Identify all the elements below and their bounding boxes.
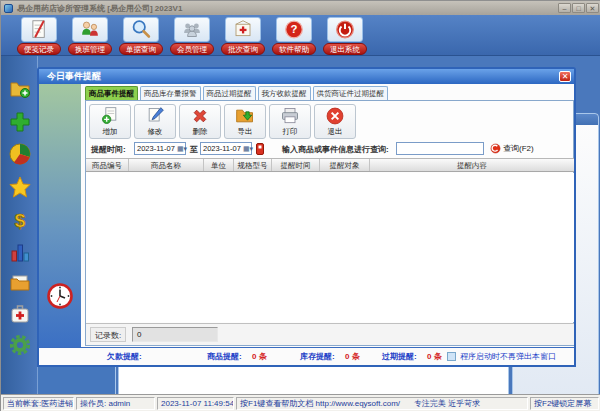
gear-icon[interactable] <box>8 333 32 357</box>
table-header: 商品编号 商品名称 单位 规格型号 提醒时间 提醒对象 提醒内容 <box>86 158 574 172</box>
window-close-button[interactable]: ✕ <box>586 3 599 13</box>
dialog-close-button[interactable]: ✕ <box>559 71 571 82</box>
col-remind-time[interactable]: 提醒时间 <box>272 159 320 171</box>
status-datetime: 2023-11-07 11:49:54 <box>157 397 234 410</box>
window-titlebar: 易企用药店诊所管理系统 [易企用公司] 2023V1 – □ ✕ <box>1 1 600 15</box>
export-icon <box>225 106 265 126</box>
dont-show-again-checkbox[interactable] <box>447 352 456 361</box>
col-product-id[interactable]: 商品编号 <box>86 159 129 171</box>
query-label: 查询(F2) <box>503 143 534 154</box>
query-button[interactable]: 查询(F2) <box>490 143 534 154</box>
refresh-mini-icon[interactable] <box>256 143 264 155</box>
svg-text:$: $ <box>15 210 26 231</box>
col-unit[interactable]: 单位 <box>204 159 234 171</box>
col-remind-content[interactable]: 提醒内容 <box>370 159 574 171</box>
exit-system-button[interactable]: 退出系统 <box>323 17 367 55</box>
status-operator: 操作员: admin <box>76 397 155 410</box>
time-range-label: 提醒时间: <box>91 144 126 155</box>
product-reminder-count: 0 条 <box>252 348 267 365</box>
memo-records-button[interactable]: 便笺记录 <box>17 17 61 55</box>
notepad-icon <box>28 19 50 40</box>
dollar-icon[interactable]: $ <box>8 208 32 232</box>
tab-stock-alarm[interactable]: 商品库存量报警 <box>140 86 201 101</box>
status-slogan: 专注完美 近乎苛求 <box>414 399 480 408</box>
stock-reminder-count: 0 条 <box>345 348 360 365</box>
window-title: 易企用药店诊所管理系统 [易企用公司] 2023V1 <box>17 3 182 14</box>
record-count-row: 记录数: 0 <box>86 323 574 345</box>
delete-icon <box>180 106 220 126</box>
calendar-dropdown-icon[interactable]: ▦▾ <box>243 145 253 152</box>
member-management-button[interactable]: 会员管理 <box>170 17 214 55</box>
expire-reminder-count: 0 条 <box>427 348 442 365</box>
add-icon <box>90 106 130 126</box>
print-button[interactable]: 打印 <box>269 104 311 139</box>
quit-button[interactable]: 退出 <box>314 104 356 139</box>
dialog-button-row: 增加 修改 删除 导出 打印 <box>89 104 356 139</box>
main-toolbar: 便笺记录 换班管理 单据查询 会员管理 批次查询 ? 软件帮助 退出系统 <box>1 15 600 56</box>
quit-icon <box>315 106 355 126</box>
status-help-text: 按F1键查看帮助文档 http://www.eqysoft.com/ <box>240 399 400 408</box>
svg-text:?: ? <box>291 23 298 35</box>
pie-chart-icon[interactable] <box>8 142 32 166</box>
tab-receivables[interactable]: 我方收款提醒 <box>258 86 311 101</box>
medicine-box-icon <box>232 19 254 40</box>
arrears-reminder-label: 欠款提醒: <box>107 348 142 365</box>
search-label: 输入商品或事件信息进行查询: <box>282 144 389 155</box>
maximize-button[interactable]: □ <box>572 3 585 13</box>
dont-show-again-label: 程序启动时不再弹出本窗口 <box>460 348 556 365</box>
dialog-footer: 欠款提醒: 商品提醒: 0 条 库存提醒: 0 条 过期提醒: 0 条 程序启动… <box>39 347 574 365</box>
document-query-button[interactable]: 单据查询 <box>119 17 163 55</box>
shift-management-button[interactable]: 换班管理 <box>68 17 112 55</box>
application-window: 易企用药店诊所管理系统 [易企用公司] 2023V1 – □ ✕ 便笺记录 换班… <box>0 0 600 411</box>
to-label: 至 <box>190 144 198 155</box>
star-icon[interactable] <box>8 175 32 199</box>
app-icon <box>4 4 13 13</box>
batch-query-button[interactable]: 批次查询 <box>221 17 265 55</box>
dialog-titlebar[interactable]: 今日事件提醒 <box>39 69 574 84</box>
left-sidebar: $ <box>1 56 38 394</box>
date-from-picker[interactable]: 2023-11-07 ▦▾ <box>134 142 186 155</box>
status-lock-screen: 按F2键锁定屏幕 <box>530 397 599 410</box>
tab-content: 增加 修改 删除 导出 打印 <box>85 100 574 346</box>
tab-product-events[interactable]: 商品事件提醒 <box>85 86 138 101</box>
edit-button[interactable]: 修改 <box>134 104 176 139</box>
record-count-label: 记录数: <box>90 327 126 342</box>
print-icon <box>270 106 310 126</box>
help-icon: ? <box>283 19 305 40</box>
date-to-picker[interactable]: 2023-11-07 ▦▾ <box>200 142 252 155</box>
calendar-dropdown-icon[interactable]: ▦▾ <box>177 145 187 152</box>
stock-reminder-label: 库存提醒: <box>300 348 335 365</box>
status-account: 当前帐套:医药进销存 <box>3 397 74 410</box>
dialog-side-strip <box>39 84 81 350</box>
folder-add-icon[interactable] <box>8 77 32 101</box>
status-bar: 当前帐套:医药进销存 操作员: admin 2023-11-07 11:49:5… <box>1 394 600 411</box>
dialog-title: 今日事件提醒 <box>47 71 101 81</box>
expire-reminder-label: 过期提醒: <box>382 348 417 365</box>
delete-button[interactable]: 删除 <box>179 104 221 139</box>
export-button[interactable]: 导出 <box>224 104 266 139</box>
add-button[interactable]: 增加 <box>89 104 131 139</box>
col-product-name[interactable]: 商品名称 <box>129 159 204 171</box>
tab-supplier-cert-expiry[interactable]: 供货商证件过期提醒 <box>313 86 389 101</box>
search-input[interactable] <box>396 142 484 155</box>
plus-icon[interactable] <box>8 110 32 134</box>
bar-chart-icon[interactable] <box>8 240 32 264</box>
shift-people-icon <box>79 19 101 40</box>
magnifier-icon <box>130 19 152 40</box>
first-aid-icon[interactable] <box>8 302 32 326</box>
today-events-dialog: 今日事件提醒 ✕ 商品事件提醒 商品库存量报警 商品过期提醒 我方收款提醒 供货… <box>37 67 576 367</box>
table-body-empty[interactable] <box>86 173 574 322</box>
software-help-button[interactable]: ? 软件帮助 <box>272 17 316 55</box>
folder-icon[interactable] <box>8 271 32 295</box>
product-reminder-label: 商品提醒: <box>207 348 242 365</box>
col-spec[interactable]: 规格型号 <box>234 159 272 171</box>
minimize-button[interactable]: – <box>558 3 571 13</box>
clock-icon <box>46 282 74 310</box>
col-remind-target[interactable]: 提醒对象 <box>320 159 370 171</box>
edit-icon <box>135 106 175 126</box>
status-help: 按F1键查看帮助文档 http://www.eqysoft.com/专注完美 近… <box>236 397 528 410</box>
tab-product-expiry[interactable]: 商品过期提醒 <box>203 86 256 101</box>
dialog-tab-bar: 商品事件提醒 商品库存量报警 商品过期提醒 我方收款提醒 供货商证件过期提醒 <box>85 86 388 101</box>
power-icon <box>334 19 356 40</box>
members-icon <box>181 19 203 40</box>
